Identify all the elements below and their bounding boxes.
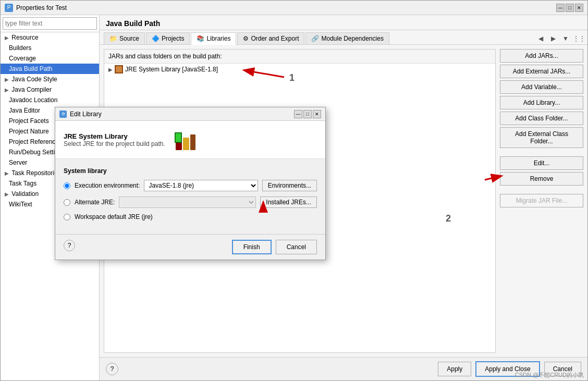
bottom-bar: ? Apply Apply and Close Cancel <box>100 357 587 380</box>
books-svg <box>172 127 197 152</box>
expand-arrow: ▶ <box>5 170 9 176</box>
close-button[interactable]: ✕ <box>575 4 583 12</box>
jars-panel-label: JARs and class folders on the build path… <box>104 50 495 64</box>
title-bar: P Properties for Test — □ ✕ <box>1 1 587 15</box>
dialog-controls: — □ ✕ <box>294 110 321 118</box>
sidebar-item-java-build-path[interactable]: Java Build Path <box>1 64 99 74</box>
filter-box <box>1 15 99 32</box>
alternate-jre-row: Alternate JRE: Installed JREs... <box>64 196 317 208</box>
remove-button[interactable]: Remove <box>500 172 583 186</box>
content-header: Java Build Path <box>100 15 587 30</box>
sidebar-item-builders[interactable]: Builders <box>1 43 99 53</box>
svg-rect-1 <box>183 138 189 150</box>
svg-rect-2 <box>190 134 195 150</box>
sidebar-item-java-code-style[interactable]: ▶ Java Code Style <box>1 74 99 84</box>
sidebar-item-javadoc[interactable]: Javadoc Location <box>1 95 99 105</box>
add-variable-button[interactable]: Add Variable... <box>500 80 583 94</box>
dialog-icon: ⚙ <box>59 110 67 118</box>
add-external-class-folder-button[interactable]: Add External Class Folder... <box>500 127 583 148</box>
dialog-maximize-button[interactable]: □ <box>303 110 312 118</box>
execution-env-label: Execution environment: <box>75 182 140 189</box>
nav-menu-button[interactable]: ▼ <box>560 33 571 44</box>
expand-arrow: ▶ <box>5 191 9 197</box>
dialog-title-text: Edit Library <box>70 110 294 118</box>
expand-arrow: ▶ <box>5 77 9 82</box>
sidebar-item-java-compiler[interactable]: ▶ Java Compiler <box>1 84 99 95</box>
alternate-jre-label: Alternate JRE: <box>75 199 115 206</box>
library-icon <box>172 127 197 152</box>
alternate-jre-radio[interactable] <box>64 199 70 206</box>
minimize-button[interactable]: — <box>556 4 565 12</box>
dialog-minimize-button[interactable]: — <box>294 110 302 118</box>
dialog-close-button[interactable]: ✕ <box>313 110 321 118</box>
add-class-folder-button[interactable]: Add Class Folder... <box>500 112 583 125</box>
button-spacer <box>500 150 583 154</box>
projects-tab-icon: 🔷 <box>152 35 160 42</box>
sidebar-item-coverage[interactable]: Coverage <box>1 53 99 64</box>
libraries-tab-icon: 📚 <box>197 35 204 42</box>
order-tab-icon: ⚙ <box>243 35 249 42</box>
window-controls: — □ ✕ <box>556 4 583 12</box>
execution-env-radio[interactable] <box>64 182 70 189</box>
nav-forward-button[interactable]: ▶ <box>548 33 558 44</box>
tab-libraries[interactable]: 📚 Libraries <box>191 32 236 45</box>
expand-arrow: ▶ <box>5 87 9 93</box>
installed-jres-button[interactable]: Installed JREs... <box>260 196 317 208</box>
expand-arrow: ▶ <box>5 35 9 41</box>
module-tab-icon: 🔗 <box>311 35 319 42</box>
nav-controls: ◀ ▶ ▼ ⋮⋮ <box>535 32 583 44</box>
dialog-footer: ? Finish Cancel <box>55 234 325 260</box>
migrate-jar-button[interactable]: Migrate JAR File... <box>500 194 583 207</box>
dialog-header: JRE System Library Select JRE for the pr… <box>55 121 325 159</box>
window-title: Properties for Test <box>16 4 556 11</box>
tab-order-export[interactable]: ⚙ Order and Export <box>237 32 304 44</box>
nav-more-button[interactable]: ⋮⋮ <box>573 33 583 44</box>
dialog-body: System library Execution environment: Ja… <box>55 159 325 234</box>
alternate-jre-select[interactable] <box>119 196 256 208</box>
dialog-header-text: JRE System Library Select JRE for the pr… <box>64 132 165 148</box>
dialog-header-title: JRE System Library <box>64 132 165 140</box>
dialog-cancel-button[interactable]: Cancel <box>276 240 317 254</box>
watermark: CSDN @不想CRUD的小凯 <box>515 371 584 379</box>
source-tab-icon: 📁 <box>109 35 117 42</box>
tabs-bar: 📁 Source 🔷 Projects 📚 Libraries ⚙ Order … <box>100 30 587 45</box>
system-library-label: System library <box>64 167 317 175</box>
svg-rect-5 <box>176 133 181 142</box>
jar-icon <box>115 65 123 73</box>
tab-source[interactable]: 📁 Source <box>104 32 145 44</box>
tree-expand-arrow: ▶ <box>108 67 113 72</box>
add-library-button[interactable]: Add Library... <box>500 96 583 109</box>
add-external-jars-button[interactable]: Add External JARs... <box>500 65 583 78</box>
jre-label: JRE System Library [JavaSE-1.8] <box>125 66 218 73</box>
edit-library-dialog: ⚙ Edit Library — □ ✕ JRE System Library … <box>55 107 326 260</box>
dialog-help-button[interactable]: ? <box>64 240 75 251</box>
help-button[interactable]: ? <box>106 363 118 375</box>
execution-env-row: Execution environment: JavaSE-1.8 (jre) … <box>64 180 317 191</box>
add-jars-button[interactable]: Add JARs... <box>500 49 583 63</box>
button-spacer2 <box>500 188 583 192</box>
workspace-default-label: Workspace default JRE (jre) <box>75 213 153 220</box>
apply-button[interactable]: Apply <box>438 362 471 376</box>
sidebar-item-resource[interactable]: ▶ Resource <box>1 32 99 43</box>
workspace-default-radio[interactable] <box>64 214 70 220</box>
tab-module-deps[interactable]: 🔗 Module Dependencies <box>305 32 389 44</box>
page-title: Java Build Path <box>106 19 581 28</box>
tree-item-jre[interactable]: ▶ JRE System Library [JavaSE-1.8] <box>104 64 495 75</box>
maximize-button[interactable]: □ <box>566 4 574 12</box>
finish-button[interactable]: Finish <box>232 240 272 254</box>
nav-back-button[interactable]: ◀ <box>535 33 546 44</box>
tab-projects[interactable]: 🔷 Projects <box>146 32 190 44</box>
execution-env-select[interactable]: JavaSE-1.8 (jre) <box>144 180 258 191</box>
filter-input[interactable] <box>3 17 97 30</box>
environments-button[interactable]: Environments... <box>262 180 317 191</box>
dialog-title-bar: ⚙ Edit Library — □ ✕ <box>55 107 325 121</box>
window-icon: P <box>5 4 13 12</box>
dialog-header-subtitle: Select JRE for the project build path. <box>64 140 165 148</box>
workspace-default-row: Workspace default JRE (jre) <box>64 213 317 220</box>
edit-button[interactable]: Edit... <box>500 156 583 170</box>
buttons-panel: Add JARs... Add External JARs... Add Var… <box>500 49 583 353</box>
